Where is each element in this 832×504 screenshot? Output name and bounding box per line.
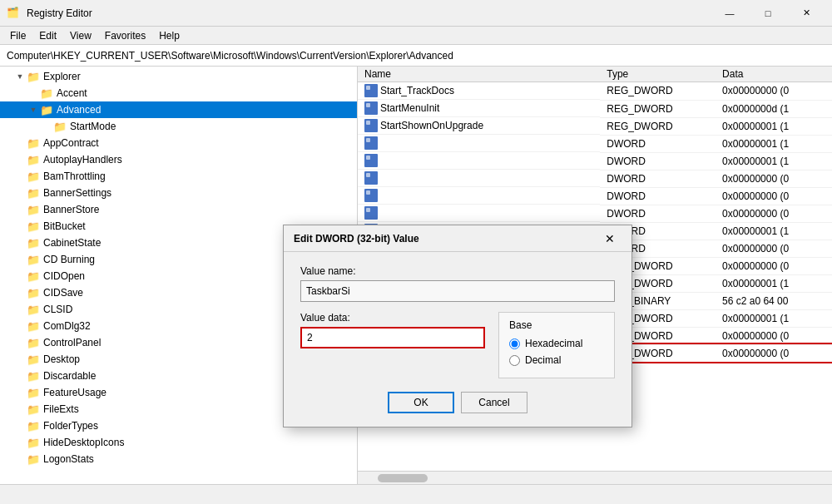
- cell-type: REG_DWORD: [600, 82, 716, 101]
- expand-icon: [27, 89, 40, 97]
- table-row[interactable]: Start_TrackDocs REG_DWORD 0x00000000 (0: [358, 82, 832, 101]
- cell-type: DWORD: [600, 205, 716, 222]
- folder-icon: 📁: [27, 220, 40, 233]
- radio-hexadecimal[interactable]: [509, 338, 520, 349]
- cell-data: 0x00000000 (0: [716, 240, 832, 257]
- cell-data: 0x00000000 (0: [716, 205, 832, 222]
- tree-label: BannerSettings: [43, 187, 111, 199]
- dialog-body: Value name: Value data: Base Hexadecimal…: [284, 252, 631, 427]
- col-data: Data: [716, 67, 832, 82]
- table-row[interactable]: StartMenuInit REG_DWORD 0x0000000d (1: [358, 100, 832, 117]
- cell-name: [358, 205, 600, 222]
- tree-item[interactable]: ▼ 📁 Explorer: [0, 68, 357, 85]
- title-bar: 🗂️ Registry Editor — □ ✕: [0, 0, 832, 27]
- menu-edit[interactable]: Edit: [32, 28, 63, 43]
- radio-hex-row: Hexadecimal: [509, 338, 604, 349]
- tree-label: LogonStats: [43, 453, 94, 465]
- tree-item[interactable]: 📁 BannerSettings: [0, 185, 357, 201]
- cell-type: REG_DWORD: [600, 117, 716, 135]
- expand-icon: [13, 156, 27, 164]
- folder-icon: 📁: [53, 120, 67, 133]
- status-bar: [0, 484, 832, 504]
- horizontal-scrollbar[interactable]: [358, 471, 832, 484]
- expand-icon: [13, 239, 27, 247]
- col-name: Name: [358, 67, 600, 82]
- expand-icon: [13, 189, 27, 197]
- main-content: ▼ 📁 Explorer 📁 Accent ▼ 📁 Advanced 📁: [0, 67, 832, 484]
- tree-label: Accent: [57, 87, 87, 99]
- folder-icon: 📁: [40, 86, 53, 100]
- expand-icon: [13, 222, 27, 230]
- expand-icon: [13, 139, 27, 147]
- tree-label: Desktop: [43, 353, 80, 365]
- close-button[interactable]: ✕: [787, 0, 825, 27]
- expand-icon: [13, 355, 27, 363]
- folder-icon: 📁: [27, 70, 40, 83]
- tree-item[interactable]: 📁 BamThrottling: [0, 168, 357, 185]
- expand-icon: [13, 322, 27, 330]
- folder-icon: 📁: [27, 386, 40, 399]
- cell-name: [358, 152, 600, 170]
- table-row[interactable]: DWORD 0x00000001 (1: [358, 152, 832, 170]
- cell-data: 0x00000000 (0: [716, 170, 832, 187]
- tree-label: CabinetState: [43, 237, 101, 249]
- folder-icon: 📁: [27, 136, 40, 150]
- tree-item[interactable]: 📁 AppContract: [0, 135, 357, 151]
- maximize-button[interactable]: □: [749, 0, 787, 27]
- table-row[interactable]: DWORD 0x00000001 (1: [358, 135, 832, 152]
- tree-item[interactable]: 📁 LogonStats: [0, 451, 357, 467]
- cell-name: StartShownOnUpgrade: [358, 117, 600, 135]
- cell-data: 0x00000001 (1: [716, 309, 832, 327]
- table-row[interactable]: DWORD 0x00000000 (0: [358, 187, 832, 205]
- tree-label: AppContract: [43, 137, 99, 149]
- folder-icon: 📁: [27, 269, 40, 283]
- radio-decimal[interactable]: [509, 355, 520, 366]
- minimize-button[interactable]: —: [711, 0, 749, 27]
- expand-icon: [13, 388, 27, 397]
- cell-type: DWORD: [600, 187, 716, 205]
- tree-item[interactable]: 📁 AutoplayHandlers: [0, 151, 357, 168]
- tree-label: BamThrottling: [43, 170, 106, 182]
- ok-button[interactable]: OK: [388, 392, 454, 413]
- value-data-input[interactable]: [300, 327, 485, 348]
- expand-icon: [13, 205, 27, 214]
- value-name-input[interactable]: [300, 280, 615, 302]
- table-row[interactable]: StartShownOnUpgrade REG_DWORD 0x00000001…: [358, 117, 832, 135]
- tree-label: FolderTypes: [43, 420, 98, 432]
- tree-item-advanced[interactable]: ▼ 📁 Advanced: [0, 101, 357, 118]
- dialog-title: Edit DWORD (32-bit) Value: [294, 233, 598, 245]
- tree-label: FeatureUsage: [43, 387, 106, 398]
- tree-label: ComDlg32: [43, 320, 91, 332]
- dialog-close-button[interactable]: ✕: [598, 227, 622, 250]
- tree-item[interactable]: 📁 StartMode: [0, 118, 357, 135]
- menu-help[interactable]: Help: [152, 28, 186, 43]
- tree-label: CIDSave: [43, 287, 83, 299]
- folder-icon: 📁: [27, 170, 40, 183]
- expand-icon: [13, 405, 27, 413]
- cell-data: 0x00000000 (0: [716, 344, 832, 362]
- folder-icon: 📁: [27, 419, 40, 432]
- expand-icon: [13, 455, 27, 463]
- table-row[interactable]: DWORD 0x00000000 (0: [358, 170, 832, 187]
- folder-icon: 📁: [27, 153, 40, 166]
- tree-label: StartMode: [70, 121, 116, 132]
- menu-file[interactable]: File: [3, 28, 32, 43]
- menu-favorites[interactable]: Favorites: [98, 28, 152, 43]
- cancel-button[interactable]: Cancel: [461, 392, 527, 413]
- cell-data: 0x00000001 (1: [716, 222, 832, 240]
- tree-item[interactable]: 📁 HideDesktopIcons: [0, 434, 357, 451]
- cell-name: [358, 135, 600, 152]
- tree-item[interactable]: 📁 BannerStore: [0, 201, 357, 218]
- address-path: Computer\HKEY_CURRENT_USER\Software\Micr…: [7, 50, 453, 62]
- tree-item[interactable]: 📁 Accent: [0, 85, 357, 101]
- folder-icon: 📁: [27, 286, 40, 299]
- cell-name: StartMenuInit: [358, 100, 600, 117]
- folder-icon: 📁: [27, 253, 40, 266]
- cell-data: 0x00000001 (1: [716, 152, 832, 170]
- cell-name: [358, 187, 600, 205]
- tree-label: CIDOpen: [43, 270, 85, 282]
- menu-view[interactable]: View: [63, 28, 98, 43]
- radio-dec-label: Decimal: [525, 354, 561, 366]
- table-row[interactable]: DWORD 0x00000000 (0: [358, 205, 832, 222]
- folder-icon: 📁: [27, 353, 40, 366]
